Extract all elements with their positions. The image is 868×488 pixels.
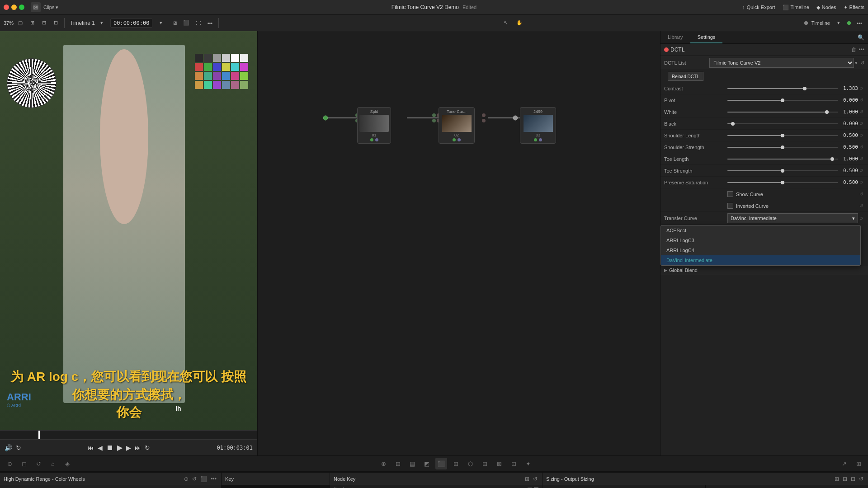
param-white-slider[interactable]: [727, 112, 838, 113]
dctl-trash-icon[interactable]: 🗑: [851, 47, 857, 53]
dropdown-item-davinci[interactable]: DaVinci Intermediate: [661, 255, 860, 265]
dctl-list-select[interactable]: Filmic Tone Curve V2: [709, 58, 854, 68]
more-options-btn[interactable]: •••: [205, 18, 215, 28]
sizing-grid-icon[interactable]: ⊟: [842, 475, 848, 483]
export-btn[interactable]: ↗: [838, 458, 850, 469]
close-window-btn[interactable]: [4, 5, 9, 10]
wheels-settings-icon[interactable]: ⊙: [183, 475, 189, 483]
param-toe-strength-reset[interactable]: ↺: [858, 168, 864, 174]
volume-btn[interactable]: 🔊: [5, 444, 12, 451]
param-toe-strength-slider[interactable]: [727, 170, 838, 171]
node-03[interactable]: 2499 03: [520, 107, 556, 144]
param-shoulder-strength-reset[interactable]: ↺: [858, 144, 864, 150]
dual-monitor-btn[interactable]: ⬛: [181, 18, 191, 28]
wheels-sync-icon[interactable]: ↺: [191, 475, 198, 483]
sizing-settings-icon[interactable]: ⊞: [834, 475, 840, 483]
clip-btn[interactable]: ⊟: [479, 458, 491, 469]
dropdown-item-aces[interactable]: ACEScct: [661, 225, 860, 235]
reference-btn[interactable]: ⊠: [493, 458, 505, 469]
timecode-display[interactable]: 00:00:00:00: [110, 19, 152, 28]
fast-fwd-btn[interactable]: ↻: [145, 444, 150, 451]
monitor-out-btn[interactable]: ⊞: [450, 458, 462, 469]
color-picker-btn[interactable]: ↺: [33, 458, 44, 469]
search-icon[interactable]: 🔍: [858, 34, 864, 41]
dropdown-item-arri-logc4[interactable]: ARRI LogC4: [661, 245, 860, 255]
show-curve-reset[interactable]: ↺: [858, 191, 864, 197]
param-black-knob[interactable]: [731, 122, 735, 126]
go-end-btn[interactable]: ⏭: [135, 444, 141, 451]
param-preserve-saturation-knob[interactable]: [781, 181, 784, 184]
timeline-settings-btn[interactable]: ▾: [834, 18, 844, 28]
wheels-expand-icon[interactable]: ⬛: [199, 475, 208, 483]
library-tab[interactable]: Library: [660, 31, 690, 43]
wheels-more-icon[interactable]: •••: [210, 475, 217, 483]
dctl-reset-icon[interactable]: ↺: [860, 60, 864, 66]
param-toe-length-reset[interactable]: ↺: [858, 156, 864, 162]
node-key-more-icon[interactable]: ↺: [532, 475, 538, 483]
param-preserve-saturation-reset[interactable]: ↺: [858, 179, 864, 186]
transfer-curve-reset[interactable]: ↺: [858, 215, 864, 221]
param-toe-length-slider[interactable]: [727, 159, 838, 160]
loop-btn[interactable]: ↻: [16, 444, 21, 451]
clips-menu-btn[interactable]: Clips ▾: [43, 5, 58, 10]
inverted-curve-checkbox[interactable]: [727, 203, 733, 209]
show-curve-checkbox[interactable]: [727, 191, 733, 197]
param-toe-length-knob[interactable]: [830, 157, 834, 161]
effects-nav-btn[interactable]: ✦ Effects: [844, 5, 864, 10]
more-btn[interactable]: •••: [854, 18, 864, 28]
param-contrast-reset[interactable]: ↺: [858, 85, 864, 92]
param-pivot-reset[interactable]: ↺: [858, 97, 864, 103]
fill-btn[interactable]: ⊡: [51, 18, 61, 28]
fx-btn[interactable]: ⬛: [435, 458, 447, 469]
node-01[interactable]: Split 01: [357, 107, 391, 144]
quick-export-btn[interactable]: ↑ Quick Export: [742, 5, 775, 10]
param-preserve-saturation-slider[interactable]: [727, 182, 838, 183]
paint-btn[interactable]: ◈: [61, 458, 73, 469]
timeline-nav-btn[interactable]: ⬛ Timeline: [783, 5, 809, 10]
timebar-knob[interactable]: [38, 431, 40, 439]
inverted-curve-reset[interactable]: ↺: [858, 203, 864, 209]
lut-btn[interactable]: ◩: [421, 458, 433, 469]
param-white-knob[interactable]: [825, 110, 829, 114]
fit-btn[interactable]: ⊟: [39, 18, 49, 28]
monitor-btn[interactable]: 🖥: [170, 18, 179, 28]
wipe-btn[interactable]: ⊡: [508, 458, 519, 469]
param-contrast-knob[interactable]: [803, 87, 807, 90]
resize-btn[interactable]: ⊞: [853, 458, 864, 469]
dropdown-item-arri-logc3[interactable]: ARRI LogC3: [661, 235, 860, 245]
timecode-dropdown-btn[interactable]: ▾: [156, 18, 166, 28]
node-key-expand-icon[interactable]: ⊞: [524, 475, 530, 483]
sizing-expand-icon[interactable]: ↺: [858, 475, 864, 483]
transfer-curve-select[interactable]: DaVinci Intermediate ▾: [727, 213, 858, 223]
param-toe-strength-knob[interactable]: [781, 169, 784, 173]
zoom-in-btn[interactable]: ▢: [15, 18, 25, 28]
param-shoulder-length-knob[interactable]: [781, 134, 784, 137]
node-graph-area[interactable]: Split 01 Tone Cur... 02: [258, 31, 660, 455]
pointer-tool-btn[interactable]: ↖: [501, 18, 511, 28]
param-shoulder-length-slider[interactable]: [727, 135, 838, 136]
magic-wand-btn[interactable]: ⌂: [47, 458, 59, 469]
reload-dctl-btn[interactable]: Reload DCTL: [668, 72, 703, 81]
selector-btn[interactable]: ⊕: [377, 458, 389, 469]
param-white-reset[interactable]: ↺: [858, 109, 864, 115]
timeline-dropdown-btn[interactable]: ▾: [97, 18, 107, 28]
dctl-dots-icon[interactable]: •••: [859, 47, 864, 53]
highlight-btn[interactable]: ✦: [522, 458, 534, 469]
param-shoulder-strength-slider[interactable]: [727, 147, 838, 148]
settings-tab[interactable]: Settings: [690, 31, 723, 43]
next-frame-btn[interactable]: ▶: [126, 444, 131, 451]
play-btn[interactable]: ▶: [117, 443, 123, 452]
node-02[interactable]: Tone Cur... 02: [439, 107, 475, 144]
nodes-nav-btn[interactable]: ◆ Nodes: [816, 5, 836, 10]
param-black-reset[interactable]: ↺: [858, 121, 864, 127]
zoom-out-btn[interactable]: ⊞: [27, 18, 37, 28]
curves-btn[interactable]: ◻: [18, 458, 30, 469]
param-black-slider[interactable]: [727, 123, 838, 124]
param-pivot-knob[interactable]: [781, 99, 784, 102]
prev-frame-btn[interactable]: ◀: [98, 444, 103, 451]
sizing-more-icon[interactable]: ⊡: [850, 475, 856, 483]
scopes-btn[interactable]: ▤: [406, 458, 418, 469]
global-blend-row[interactable]: ▶ Global Blend: [660, 266, 868, 275]
timebar[interactable]: [0, 430, 257, 439]
fullscreen-btn[interactable]: ⛶: [193, 18, 203, 28]
